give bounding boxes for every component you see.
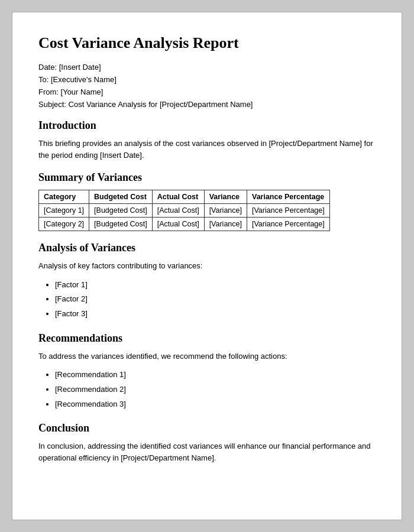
meta-subject: Subject: Cost Variance Analysis for [Pro…	[38, 100, 376, 109]
row2-budgeted: [Budgeted Cost]	[89, 218, 153, 231]
row2-category: [Category 2]	[39, 218, 89, 231]
list-item: [Factor 3]	[55, 307, 376, 322]
list-item: [Factor 2]	[55, 292, 376, 307]
report-title: Cost Variance Analysis Report	[38, 34, 376, 52]
conclusion-heading: Conclusion	[38, 422, 376, 434]
col-header-variance-pct: Variance Percentage	[247, 190, 329, 204]
table-row: [Category 2] [Budgeted Cost] [Actual Cos…	[39, 218, 330, 231]
col-header-category: Category	[39, 190, 89, 204]
meta-date: Date: [Insert Date]	[38, 63, 376, 72]
report-page: Cost Variance Analysis Report Date: [Ins…	[12, 12, 402, 520]
analysis-intro: Analysis of key factors contributing to …	[38, 260, 376, 272]
row2-actual: [Actual Cost]	[152, 218, 204, 231]
meta-to: To: [Executive's Name]	[38, 75, 376, 84]
row1-actual: [Actual Cost]	[152, 204, 204, 218]
recommendations-heading: Recommendations	[38, 332, 376, 345]
meta-from: From: [Your Name]	[38, 87, 376, 96]
factors-list: [Factor 1] [Factor 2] [Factor 3]	[55, 278, 376, 322]
list-item: [Recommendation 2]	[55, 382, 376, 397]
introduction-body: This briefing provides an analysis of th…	[38, 138, 376, 161]
row1-variance: [Variance]	[204, 204, 247, 218]
conclusion-body: In conclusion, addressing the identified…	[38, 440, 376, 463]
col-header-budgeted: Budgeted Cost	[89, 190, 153, 204]
row2-variance: [Variance]	[204, 218, 247, 231]
introduction-heading: Introduction	[38, 119, 376, 132]
col-header-actual: Actual Cost	[152, 190, 204, 204]
list-item: [Factor 1]	[55, 278, 376, 293]
meta-section: Date: [Insert Date] To: [Executive's Nam…	[38, 63, 376, 109]
row1-budgeted: [Budgeted Cost]	[89, 204, 153, 218]
summary-heading: Summary of Variances	[38, 171, 376, 184]
recommendations-intro: To address the variances identified, we …	[38, 351, 376, 362]
list-item: [Recommendation 1]	[55, 368, 376, 382]
list-item: [Recommendation 3]	[55, 397, 376, 412]
table-header-row: Category Budgeted Cost Actual Cost Varia…	[39, 190, 330, 204]
table-row: [Category 1] [Budgeted Cost] [Actual Cos…	[39, 204, 330, 218]
col-header-variance: Variance	[204, 190, 247, 204]
variance-table: Category Budgeted Cost Actual Cost Varia…	[38, 190, 330, 231]
analysis-heading: Analysis of Variances	[38, 242, 376, 254]
recommendations-list: [Recommendation 1] [Recommendation 2] [R…	[55, 368, 376, 411]
row2-variance-pct: [Variance Percentage]	[247, 218, 329, 231]
row1-variance-pct: [Variance Percentage]	[247, 204, 329, 218]
row1-category: [Category 1]	[39, 204, 89, 218]
